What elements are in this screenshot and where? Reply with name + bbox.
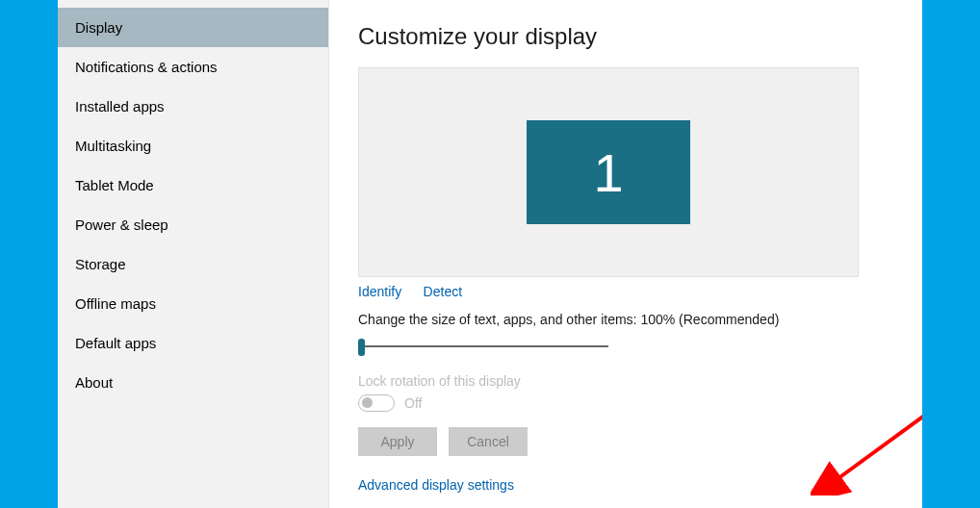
lock-rotation-toggle[interactable] xyxy=(358,394,395,412)
sidebar-item-default-apps[interactable]: Default apps xyxy=(58,323,328,363)
sidebar-item-display[interactable]: Display xyxy=(58,8,328,47)
sidebar-item-installed-apps[interactable]: Installed apps xyxy=(58,87,328,126)
settings-window: Display Notifications & actions Installe… xyxy=(58,0,922,508)
svg-line-1 xyxy=(835,351,922,481)
detect-link[interactable]: Detect xyxy=(424,284,462,299)
scale-label: Change the size of text, apps, and other… xyxy=(358,312,893,327)
apply-button[interactable]: Apply xyxy=(358,427,437,456)
sidebar-item-offline-maps[interactable]: Offline maps xyxy=(58,284,328,323)
identify-link[interactable]: Identify xyxy=(358,284,401,299)
lock-rotation-label: Lock rotation of this display xyxy=(358,373,893,389)
scale-slider[interactable] xyxy=(358,337,608,356)
button-row: Apply Cancel xyxy=(358,427,893,456)
toggle-state-label: Off xyxy=(404,395,422,411)
sidebar-item-notifications[interactable]: Notifications & actions xyxy=(58,47,328,87)
monitor-1[interactable]: 1 xyxy=(527,120,690,224)
sidebar-item-about[interactable]: About xyxy=(58,363,328,402)
slider-track xyxy=(358,345,608,347)
sidebar: Display Notifications & actions Installe… xyxy=(58,0,329,508)
display-preview[interactable]: 1 xyxy=(358,67,859,277)
toggle-knob xyxy=(362,397,373,408)
sidebar-item-power-sleep[interactable]: Power & sleep xyxy=(58,205,328,244)
sidebar-item-storage[interactable]: Storage xyxy=(58,244,328,284)
main-panel: Customize your display 1 Identify Detect… xyxy=(329,0,922,508)
sidebar-item-tablet-mode[interactable]: Tablet Mode xyxy=(58,165,328,205)
annotation-arrow-icon xyxy=(811,342,922,495)
identify-detect-row: Identify Detect xyxy=(358,283,893,300)
lock-rotation-row: Off xyxy=(358,394,893,412)
page-title: Customize your display xyxy=(358,23,893,50)
slider-thumb[interactable] xyxy=(358,339,365,356)
advanced-display-settings-link[interactable]: Advanced display settings xyxy=(358,477,893,493)
cancel-button[interactable]: Cancel xyxy=(449,427,528,456)
sidebar-item-multitasking[interactable]: Multitasking xyxy=(58,126,328,165)
